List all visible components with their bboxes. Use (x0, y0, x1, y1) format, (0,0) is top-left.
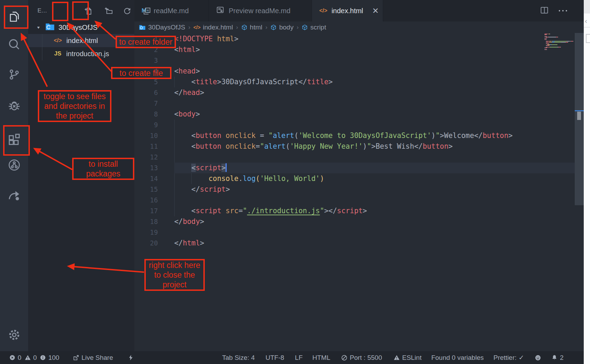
collapse-folders-icon[interactable] (140, 5, 153, 18)
code-line[interactable]: 16 (134, 195, 584, 206)
check-icon: ✓ (519, 354, 524, 362)
search-icon[interactable] (0, 38, 28, 51)
code-line[interactable]: 8<body> (134, 109, 584, 120)
explorer-title: E... (37, 7, 47, 14)
code-line[interactable]: 5 <title>30DaysOfJavaScript</title> (134, 77, 584, 87)
minimap[interactable] (545, 34, 576, 54)
breadcrumb-separator: › (297, 24, 299, 31)
code-line[interactable]: 15 </script> (134, 184, 584, 195)
chevron-left-icon[interactable]: ‹ (585, 17, 587, 25)
remote-session-icon[interactable] (0, 158, 28, 172)
cube-icon (302, 24, 308, 31)
warnings-status[interactable]: 0 (24, 354, 37, 362)
code-line[interactable]: 13 <script> (134, 163, 584, 173)
encoding-status[interactable]: UTF-8 (266, 354, 284, 362)
folder-row-30daysofjs[interactable]: ▾ 30DaysOfJS (28, 21, 134, 34)
run-debug-icon[interactable] (0, 98, 28, 112)
js-icon: JS (54, 50, 61, 57)
warning-icon (393, 354, 400, 361)
breadcrumb-separator: › (236, 24, 238, 31)
folder-icon (45, 22, 55, 33)
port-status[interactable]: Port : 5500 (341, 354, 382, 362)
split-editor-icon[interactable] (540, 6, 549, 16)
code-line[interactable]: 1<!DOCTYPE html> (134, 34, 584, 44)
tab-size-status[interactable]: Tab Size: 4 (222, 354, 255, 362)
info-status[interactable]: 100 (40, 354, 59, 362)
html-icon: </> (193, 25, 200, 30)
extensions-icon[interactable] (0, 133, 28, 147)
code-lines: 1<!DOCTYPE html>2<html>34<head>5 <title>… (134, 34, 584, 249)
code-line[interactable]: 10 <button onclick = "alert('Welcome to … (134, 130, 584, 141)
lightning-icon[interactable] (128, 354, 134, 361)
tab-preview-readme-md[interactable]: Preview readMe.md (209, 0, 312, 21)
code-line[interactable]: 20</html> (134, 238, 584, 249)
explorer-header: E... (28, 0, 134, 20)
code-line[interactable]: 7 (134, 98, 584, 109)
file-row-introduction-js[interactable]: JS introduction.js (28, 47, 134, 60)
settings-gear-icon[interactable] (0, 328, 28, 342)
breadcrumb-item[interactable]: body (270, 24, 293, 31)
errors-status[interactable]: 0 (9, 354, 22, 362)
file-name: introduction.js (66, 50, 109, 58)
tab-index-html[interactable]: </> index.html ✕ (312, 0, 383, 21)
language-status[interactable]: HTML (312, 354, 330, 362)
tree-indent-guide (42, 34, 42, 60)
code-line[interactable]: 12 (134, 152, 584, 163)
more-actions-icon[interactable] (559, 10, 567, 11)
explorer-icon[interactable] (0, 10, 28, 23)
new-file-icon[interactable] (82, 5, 95, 18)
new-folder-icon[interactable] (102, 5, 115, 18)
html-icon: </> (319, 8, 327, 14)
code-line[interactable]: 17 <script src="./introduction.js"></scr… (134, 206, 584, 216)
warning-icon (24, 354, 31, 361)
folder-icon (139, 24, 146, 31)
bell-icon (551, 354, 558, 361)
tab-label: readMe.md (154, 7, 189, 15)
edge-strip-top (584, 0, 590, 14)
source-control-icon[interactable] (0, 68, 28, 81)
html-icon: </> (54, 37, 62, 44)
error-icon (9, 354, 16, 361)
eslint-status[interactable]: ESLint (393, 354, 422, 362)
tab-label: index.html (331, 7, 363, 15)
edge-strip-thumbnail[interactable] (586, 34, 590, 43)
variables-status[interactable]: Found 0 variables (431, 354, 484, 362)
tab-label: Preview readMe.md (229, 7, 290, 15)
breadcrumb-item[interactable]: 30DaysOfJS (139, 24, 185, 31)
code-line[interactable]: 2<html> (134, 44, 584, 55)
code-line[interactable]: 18</body> (134, 216, 584, 227)
code-line[interactable]: 4<head> (134, 66, 584, 77)
scrollbar-thumb[interactable] (577, 112, 581, 120)
notifications-bell[interactable]: 2 (551, 354, 564, 362)
preview-icon (216, 6, 225, 16)
breadcrumb-item[interactable]: html (241, 24, 262, 31)
vscode-window: E... (0, 0, 590, 364)
info-icon (40, 354, 46, 361)
feedback-smiley-icon[interactable] (534, 354, 541, 361)
breadcrumb-separator: › (266, 24, 268, 31)
refresh-icon[interactable] (120, 5, 134, 18)
live-share-button[interactable]: Live Share (73, 354, 113, 362)
code-editor[interactable]: 1<!DOCTYPE html>2<html>34<head>5 <title>… (134, 33, 584, 351)
code-line[interactable]: 9 (134, 120, 584, 130)
editor-group: M↓ readMe.md Preview readMe.md </> index… (134, 0, 584, 351)
code-line[interactable]: 6</head> (134, 87, 584, 98)
code-line[interactable]: 11 <button onclick="alert('Happy New Yea… (134, 141, 584, 152)
text-cursor (226, 163, 227, 172)
code-line[interactable]: 14 console.log('Hello, World') (134, 173, 584, 184)
cube-icon (270, 24, 277, 31)
cube-icon (241, 24, 247, 31)
code-line[interactable]: 19 (134, 227, 584, 238)
explorer-sidebar: E... (28, 0, 134, 351)
eol-status[interactable]: LF (295, 354, 303, 362)
breadcrumb-item[interactable]: script (302, 24, 326, 31)
live-share-icon[interactable] (0, 188, 28, 202)
breadcrumb-item[interactable]: </> index.html (193, 24, 233, 31)
breadcrumb-separator: › (188, 24, 191, 31)
code-line[interactable]: 3 (134, 55, 584, 66)
prettier-status[interactable]: Prettier:✓ (494, 354, 524, 362)
close-icon[interactable]: ✕ (372, 7, 379, 15)
chevron-down-icon: ▾ (37, 25, 40, 30)
scrollbar-track[interactable] (575, 33, 584, 205)
file-row-index-html[interactable]: </> index.html (28, 34, 134, 47)
